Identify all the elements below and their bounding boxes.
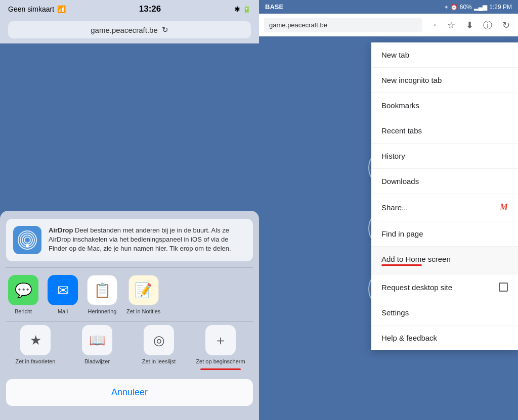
cancel-button[interactable]: Annuleer bbox=[6, 379, 253, 406]
airdrop-title: AirDrop bbox=[49, 226, 73, 234]
menu-item-bookmarks[interactable]: Bookmarks bbox=[371, 93, 518, 118]
ios-url-bar: game.peacecraft.be ↻ bbox=[0, 18, 259, 43]
airdrop-body: Deel bestanden met anderen bij je in de … bbox=[49, 226, 231, 252]
download-button[interactable]: ⬇ bbox=[462, 18, 477, 32]
ios-panel: Geen simkaart 📶 13:26 ✱ 🔋 game.peacecraf… bbox=[0, 0, 259, 420]
ios-time: 13:26 bbox=[139, 4, 161, 14]
menu-item-recent-tabs[interactable]: Recent tabs bbox=[371, 118, 518, 144]
action-leeslijst[interactable]: ◎ Zet in leeslijst bbox=[132, 325, 186, 370]
menu-item-settings[interactable]: Settings bbox=[371, 300, 518, 325]
gmail-icon: M bbox=[500, 202, 508, 213]
chrome-menu: New tab New incognito tab Bookmarks Rece… bbox=[371, 42, 518, 350]
ios-url-display[interactable]: game.peacecraft.be ↻ bbox=[8, 21, 251, 38]
share-app-mail[interactable]: ✉ Mail bbox=[48, 275, 78, 314]
herinnering-icon: 📋 bbox=[87, 275, 117, 305]
share-right-icons: M bbox=[500, 202, 508, 213]
android-status-bar: BASE ⌖ ⏰ 60% ▂▄▆ 1:29 PM bbox=[259, 0, 518, 14]
url-text: game.peacecraft.be bbox=[91, 26, 158, 34]
airdrop-waves-icon bbox=[17, 230, 37, 250]
menu-item-new-tab[interactable]: New tab bbox=[371, 42, 518, 68]
airdrop-description: AirDrop Deel bestanden met anderen bij j… bbox=[49, 226, 246, 254]
carrier-text: Geen simkaart bbox=[8, 5, 54, 13]
forward-button[interactable]: → bbox=[426, 18, 440, 32]
red-underline-decoration bbox=[200, 368, 241, 370]
desktop-site-checkbox[interactable] bbox=[499, 283, 508, 292]
info-button[interactable]: ⓘ bbox=[481, 18, 495, 32]
beginscherm-label: Zet op beginscherm bbox=[196, 358, 245, 364]
menu-item-request-desktop[interactable]: Request desktop site bbox=[371, 274, 518, 300]
signal-icon: ▂▄▆ bbox=[474, 4, 488, 11]
favorieten-label: Zet in favorieten bbox=[16, 358, 56, 364]
action-beginscherm[interactable]: ＋ Zet op beginscherm bbox=[193, 325, 248, 370]
menu-item-new-incognito-tab[interactable]: New incognito tab bbox=[371, 68, 518, 93]
airdrop-section: AirDrop Deel bestanden met anderen bij j… bbox=[6, 219, 253, 261]
mail-icon: ✉ bbox=[48, 275, 78, 305]
menu-item-find-in-page[interactable]: Find in page bbox=[371, 221, 518, 247]
chrome-url-bar: game.peacecraft.be → ☆ ⬇ ⓘ ↻ bbox=[259, 14, 518, 36]
location-icon: ⌖ bbox=[445, 4, 448, 11]
airdrop-icon bbox=[13, 226, 41, 254]
battery-percent: 60% bbox=[460, 4, 472, 11]
share-apps-row: 💬 Bericht ✉ Mail 📋 Herinnering 📝 bbox=[0, 268, 259, 321]
battery-icon: 🔋 bbox=[242, 5, 251, 13]
bericht-label: Bericht bbox=[15, 308, 32, 314]
mail-label: Mail bbox=[58, 308, 68, 314]
bericht-icon: 💬 bbox=[8, 275, 38, 305]
favorieten-icon: ★ bbox=[20, 325, 51, 355]
menu-item-downloads[interactable]: Downloads bbox=[371, 169, 518, 194]
share-app-bericht[interactable]: 💬 Bericht bbox=[8, 275, 38, 314]
notities-label: Zet in Notities bbox=[126, 308, 160, 314]
menu-item-history[interactable]: History bbox=[371, 144, 518, 169]
alarm-icon: ⏰ bbox=[450, 4, 458, 11]
menu-item-share[interactable]: Share... M bbox=[371, 194, 518, 221]
action-favorieten[interactable]: ★ Zet in favorieten bbox=[8, 325, 63, 370]
notities-icon: 📝 bbox=[128, 275, 159, 305]
bluetooth-icon: ✱ bbox=[234, 5, 240, 13]
android-carrier: BASE bbox=[265, 3, 283, 11]
android-time: 1:29 PM bbox=[489, 4, 512, 11]
beginscherm-icon: ＋ bbox=[205, 325, 236, 355]
bladwijzer-icon: 📖 bbox=[82, 325, 112, 355]
android-status-icons: ⌖ ⏰ 60% ▂▄▆ 1:29 PM bbox=[445, 4, 512, 11]
android-panel: BASE ⌖ ⏰ 60% ▂▄▆ 1:29 PM game.peacecraft… bbox=[259, 0, 518, 420]
ios-status-icons: ✱ 🔋 bbox=[234, 5, 251, 13]
action-bladwijzer[interactable]: 📖 Bladwijzer bbox=[70, 325, 124, 370]
leeslijst-icon: ◎ bbox=[144, 325, 174, 355]
ios-share-sheet: AirDrop Deel bestanden met anderen bij j… bbox=[0, 211, 259, 420]
share-actions-row: ★ Zet in favorieten 📖 Bladwijzer ◎ Zet i… bbox=[0, 322, 259, 377]
ios-refresh-icon: ↻ bbox=[162, 25, 168, 34]
leeslijst-label: Zet in leeslijst bbox=[142, 358, 176, 364]
chrome-url-input[interactable]: game.peacecraft.be bbox=[264, 18, 422, 32]
refresh-button[interactable]: ↻ bbox=[499, 18, 513, 32]
herinnering-label: Herinnering bbox=[88, 308, 117, 314]
menu-item-add-to-home[interactable]: Add to Home screen bbox=[371, 247, 518, 274]
bookmark-button[interactable]: ☆ bbox=[444, 18, 458, 32]
bladwijzer-label: Bladwijzer bbox=[84, 358, 110, 364]
share-app-herinnering[interactable]: 📋 Herinnering bbox=[87, 275, 117, 314]
ios-carrier: Geen simkaart 📶 bbox=[8, 5, 66, 13]
menu-item-help[interactable]: Help & feedback bbox=[371, 325, 518, 350]
wifi-icon: 📶 bbox=[57, 5, 66, 13]
add-home-underline bbox=[381, 264, 422, 266]
share-app-notities[interactable]: 📝 Zet in Notities bbox=[126, 275, 160, 314]
ios-status-bar: Geen simkaart 📶 13:26 ✱ 🔋 bbox=[0, 0, 259, 18]
chrome-url-text: game.peacecraft.be bbox=[269, 21, 327, 29]
